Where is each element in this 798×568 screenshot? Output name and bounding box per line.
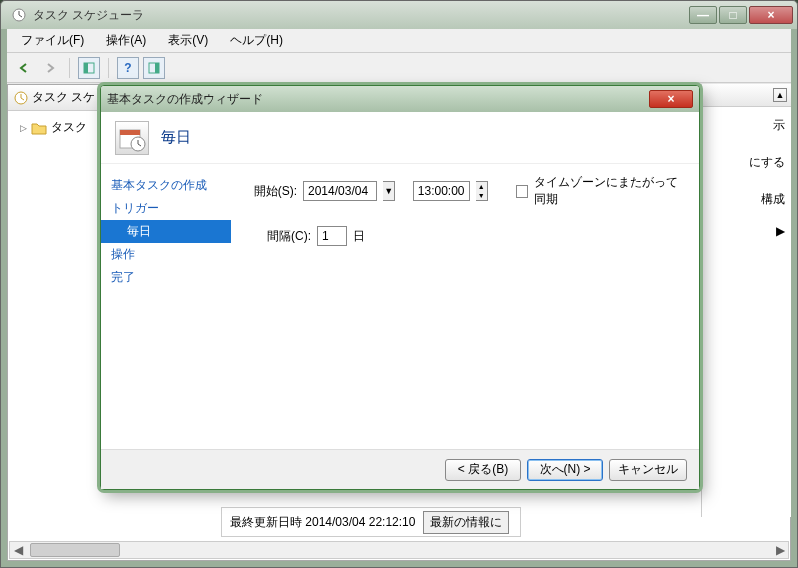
wizard-nav: 基本タスクの作成 トリガー 毎日 操作 完了	[101, 164, 231, 449]
tree-item-label: タスク	[51, 119, 87, 136]
nav-step-trigger[interactable]: トリガー	[101, 197, 231, 220]
svg-rect-7	[120, 130, 140, 135]
action-item[interactable]: にする	[702, 144, 791, 181]
wizard-close-button[interactable]: ×	[649, 90, 693, 108]
maximize-button[interactable]: □	[719, 6, 747, 24]
more-arrow[interactable]: ▶	[702, 218, 791, 244]
calendar-clock-icon	[115, 121, 149, 155]
wizard-form: 開始(S): 2014/03/04▼ 13:00:00▲▼ タイムゾーンにまたが…	[231, 164, 699, 449]
help-icon: ?	[124, 61, 131, 75]
nav-step-daily[interactable]: 毎日	[101, 220, 231, 243]
cancel-button[interactable]: キャンセル	[609, 459, 687, 481]
svg-rect-4	[155, 63, 159, 73]
next-button[interactable]: 次へ(N) >	[527, 459, 603, 481]
nav-step-action[interactable]: 操作	[101, 243, 231, 266]
wizard-footer: < 戻る(B) 次へ(N) > キャンセル	[101, 449, 699, 489]
close-button[interactable]: ×	[749, 6, 793, 24]
spin-down-icon[interactable]: ▼	[476, 191, 488, 200]
titlebar[interactable]: タスク スケジューラ — □ ×	[1, 1, 797, 29]
menu-action[interactable]: 操作(A)	[102, 30, 150, 51]
wizard-dialog: 基本タスクの作成ウィザード × 毎日 基本タスクの作成 トリガー 毎日 操作 完…	[100, 85, 700, 490]
start-label: 開始(S):	[247, 183, 297, 200]
tree-root-label: タスク スケ	[32, 89, 95, 106]
interval-input[interactable]: 1	[317, 226, 347, 246]
actions-header: ▲	[702, 84, 791, 107]
status-bar: 最終更新日時 2014/03/04 22:12:10 最新の情報に	[221, 507, 521, 537]
refresh-button[interactable]: 最新の情報に	[423, 511, 509, 534]
nav-step-create[interactable]: 基本タスクの作成	[101, 174, 231, 197]
action-item[interactable]: 構成	[702, 181, 791, 218]
actions-panel: ▲ 示 にする 構成 ▶	[701, 84, 791, 517]
timezone-label: タイムゾーンにまたがって同期	[534, 174, 683, 208]
timezone-checkbox[interactable]	[516, 185, 528, 198]
back-button[interactable]: < 戻る(B)	[445, 459, 521, 481]
minimize-button[interactable]: —	[689, 6, 717, 24]
nav-back-button[interactable]	[13, 57, 35, 79]
date-dropdown-icon[interactable]: ▼	[383, 181, 396, 201]
menu-view[interactable]: 表示(V)	[164, 30, 212, 51]
start-date-input[interactable]: 2014/03/04	[303, 181, 377, 201]
start-time-input[interactable]: 13:00:00	[413, 181, 470, 201]
interval-unit: 日	[353, 228, 365, 245]
nav-step-finish[interactable]: 完了	[101, 266, 231, 289]
wizard-step-title: 毎日	[161, 128, 191, 147]
app-icon	[11, 7, 27, 23]
scroll-left-icon[interactable]: ◀	[10, 543, 26, 557]
wizard-title: 基本タスクの作成ウィザード	[107, 91, 649, 108]
clock-icon	[14, 91, 28, 105]
wizard-titlebar[interactable]: 基本タスクの作成ウィザード ×	[101, 86, 699, 112]
svg-rect-2	[84, 63, 88, 73]
separator	[69, 58, 70, 78]
time-spinner[interactable]: ▲▼	[476, 181, 489, 201]
window-title: タスク スケジューラ	[33, 7, 689, 24]
wizard-header: 毎日	[101, 112, 699, 164]
horizontal-scrollbar[interactable]: ◀ ▶	[9, 541, 789, 559]
separator	[108, 58, 109, 78]
menubar: ファイル(F) 操作(A) 表示(V) ヘルプ(H)	[7, 29, 791, 53]
help-button[interactable]: ?	[117, 57, 139, 79]
status-timestamp: 最終更新日時 2014/03/04 22:12:10	[230, 514, 415, 531]
action-item[interactable]: 示	[702, 107, 791, 144]
spin-up-icon[interactable]: ▲	[476, 182, 488, 191]
interval-label: 間隔(C):	[261, 228, 311, 245]
expand-icon[interactable]: ▷	[20, 123, 27, 133]
menu-file[interactable]: ファイル(F)	[17, 30, 88, 51]
tool-panel2-button[interactable]	[143, 57, 165, 79]
tool-panel-button[interactable]	[78, 57, 100, 79]
nav-forward-button[interactable]	[39, 57, 61, 79]
scroll-thumb[interactable]	[30, 543, 120, 557]
toolbar: ?	[7, 53, 791, 83]
collapse-icon[interactable]: ▲	[773, 88, 787, 102]
menu-help[interactable]: ヘルプ(H)	[226, 30, 287, 51]
folder-icon	[31, 121, 47, 135]
scroll-right-icon[interactable]: ▶	[772, 543, 788, 557]
